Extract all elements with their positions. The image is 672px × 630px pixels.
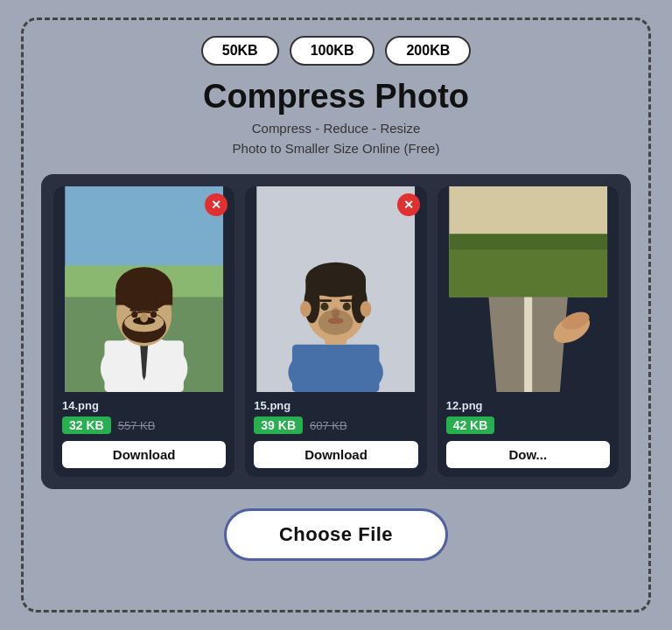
svg-rect-9 xyxy=(116,290,172,305)
card-2-image xyxy=(245,186,426,392)
card-1: ✕ 14.png 32 KB 557 KB Download xyxy=(53,186,234,477)
card-1-sizes: 32 KB 557 KB xyxy=(62,416,226,434)
svg-rect-40 xyxy=(524,298,532,392)
card-3-compressed-size: 42 KB xyxy=(446,416,495,434)
card-1-download-button[interactable]: Download xyxy=(62,441,226,468)
main-container: 50KB 100KB 200KB Compress Photo Compress… xyxy=(21,18,651,612)
choose-file-button[interactable]: Choose File xyxy=(224,508,448,561)
cards-row: ✕ 14.png 32 KB 557 KB Download xyxy=(41,174,631,489)
svg-rect-20 xyxy=(292,345,379,392)
card-1-compressed-size: 32 KB xyxy=(62,416,111,434)
card-3-info: 12.png 42 KB Dow... xyxy=(438,392,619,477)
card-2-original-size: 607 KB xyxy=(310,419,347,432)
card-1-filename: 14.png xyxy=(62,399,226,412)
svg-point-13 xyxy=(150,312,157,318)
svg-rect-14 xyxy=(130,309,141,312)
card-1-original-size: 557 KB xyxy=(118,419,156,432)
card-2-info: 15.png 39 KB 607 KB Download xyxy=(245,392,426,477)
page-subtitle: Compress - Reduce - Resize Photo to Smal… xyxy=(233,119,440,158)
tab-200kb[interactable]: 200KB xyxy=(385,36,471,66)
svg-rect-15 xyxy=(147,309,158,312)
svg-point-28 xyxy=(343,303,351,311)
svg-point-12 xyxy=(131,312,137,318)
card-2-compressed-size: 39 KB xyxy=(254,416,303,434)
size-tabs-row: 50KB 100KB 200KB xyxy=(201,36,472,66)
card-2-image-wrapper: ✕ xyxy=(245,186,426,392)
svg-rect-29 xyxy=(319,299,332,302)
card-1-image xyxy=(53,186,234,392)
card-2-close-button[interactable]: ✕ xyxy=(397,193,420,216)
tab-50kb[interactable]: 50KB xyxy=(201,36,279,66)
card-2: ✕ 15.png 39 KB 607 KB Download xyxy=(245,186,426,477)
card-1-info: 14.png 32 KB 557 KB Download xyxy=(53,392,234,477)
card-2-filename: 15.png xyxy=(254,399,417,412)
card-3: 12.png 42 KB Dow... xyxy=(438,186,619,477)
svg-rect-38 xyxy=(449,249,607,297)
card-3-image-wrapper xyxy=(438,186,619,392)
card-3-download-button[interactable]: Dow... xyxy=(446,441,610,468)
svg-point-27 xyxy=(321,303,329,311)
svg-point-33 xyxy=(318,310,354,335)
card-3-sizes: 42 KB xyxy=(446,416,610,434)
card-3-filename: 12.png xyxy=(446,399,610,412)
card-2-sizes: 39 KB 607 KB xyxy=(254,416,417,434)
page-title: Compress Photo xyxy=(203,78,469,116)
card-2-download-button[interactable]: Download xyxy=(254,441,417,468)
card-3-image xyxy=(438,186,619,392)
svg-rect-30 xyxy=(340,299,353,302)
svg-point-17 xyxy=(140,313,148,323)
tab-100kb[interactable]: 100KB xyxy=(290,36,375,66)
svg-point-35 xyxy=(360,301,372,317)
svg-point-34 xyxy=(300,301,312,317)
card-1-image-wrapper: ✕ xyxy=(53,186,234,392)
